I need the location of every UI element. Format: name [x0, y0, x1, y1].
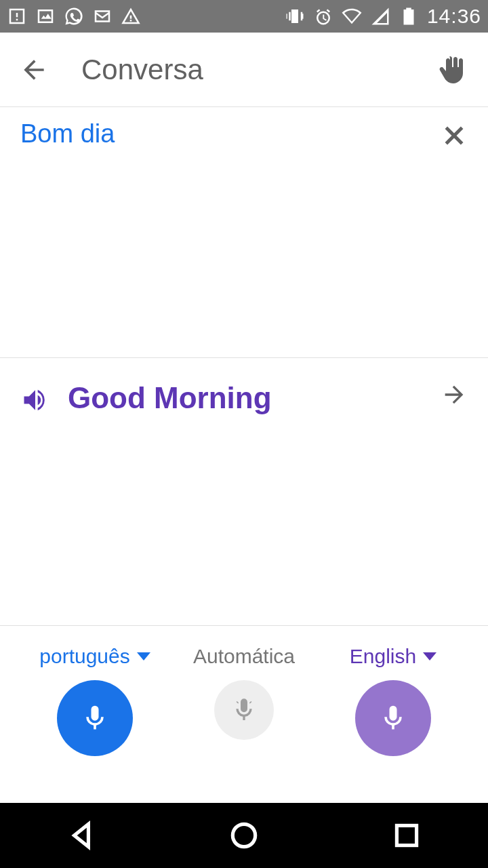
vibrate-icon: [285, 6, 305, 26]
svg-rect-3: [396, 825, 416, 845]
status-right-icons: 14:36: [285, 5, 481, 28]
app-header: Conversa: [0, 33, 488, 107]
status-time: 14:36: [427, 5, 481, 28]
battery-icon: [399, 6, 419, 26]
back-button[interactable]: [19, 55, 49, 85]
notification-alert-icon: [7, 6, 27, 26]
source-panel: Bom dia: [0, 107, 488, 358]
source-text[interactable]: Bom dia: [20, 119, 468, 149]
status-left-icons: [7, 6, 141, 26]
auto-language-label: Automática: [193, 645, 295, 668]
warning-icon: [121, 6, 141, 26]
nav-back-button[interactable]: [64, 818, 98, 852]
hand-icon[interactable]: [436, 54, 469, 86]
svg-point-2: [232, 824, 255, 846]
android-nav-bar: [0, 803, 488, 868]
chevron-down-icon: [423, 652, 436, 660]
nav-recent-button[interactable]: [390, 818, 424, 852]
nav-home-button[interactable]: [227, 818, 261, 852]
target-language-selector[interactable]: English: [350, 645, 436, 668]
speaker-icon[interactable]: [20, 385, 50, 415]
translation-text: Good Morning: [68, 381, 272, 415]
translation-panel: Good Morning: [0, 358, 488, 626]
auto-mic-button[interactable]: [214, 680, 274, 740]
expand-button[interactable]: [441, 381, 468, 408]
image-icon: [35, 6, 56, 26]
language-bar: português Automática English: [0, 626, 488, 803]
auto-language-column: Automática: [176, 645, 312, 740]
target-mic-button[interactable]: [355, 680, 431, 756]
source-language-selector[interactable]: português: [39, 645, 150, 668]
chevron-down-icon: [137, 652, 150, 660]
gmail-icon: [92, 6, 113, 26]
target-language-label: English: [350, 645, 416, 668]
status-bar: 14:36: [0, 0, 488, 33]
target-language-column: English: [325, 645, 461, 756]
page-title: Conversa: [81, 54, 203, 86]
source-language-label: português: [39, 645, 129, 668]
source-language-column: português: [27, 645, 163, 756]
whatsapp-icon: [64, 6, 84, 26]
wifi-icon: [342, 6, 362, 26]
source-mic-button[interactable]: [57, 680, 133, 756]
clear-button[interactable]: [441, 122, 468, 149]
signal-icon: [370, 6, 390, 26]
alarm-icon: [313, 6, 333, 26]
